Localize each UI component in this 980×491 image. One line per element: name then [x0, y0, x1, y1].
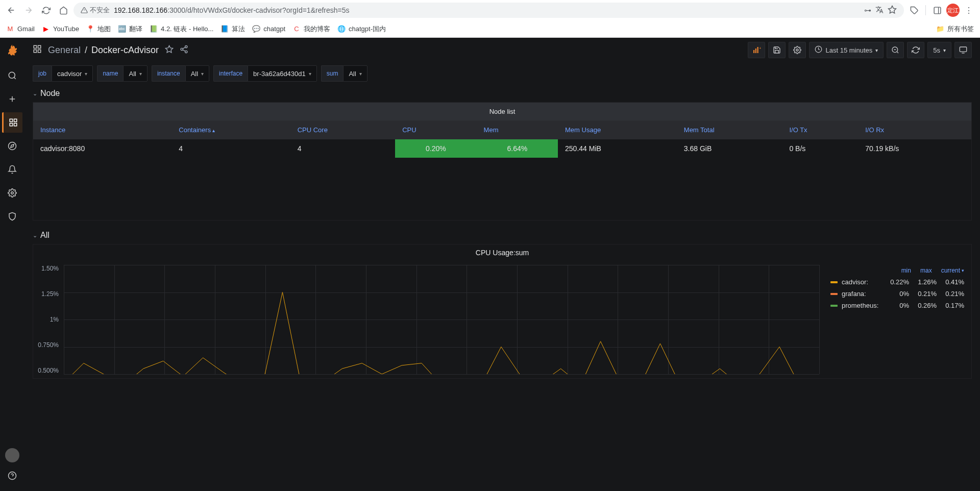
table-header[interactable]: Mem Usage	[558, 121, 677, 139]
table-header[interactable]: CPU Core	[290, 121, 396, 139]
var-label: instance	[152, 65, 185, 82]
row-header-all[interactable]: ⌄ All	[24, 227, 980, 244]
reload-button[interactable]	[39, 3, 53, 17]
home-button[interactable]	[56, 3, 70, 17]
dashboard-toolbar: General / Docker-cAdvisor + Last 15 minu…	[24, 38, 980, 62]
star-icon[interactable]	[888, 5, 897, 16]
table-header[interactable]: Containers	[172, 121, 290, 139]
legend-swatch	[830, 293, 838, 295]
table-header[interactable]: I/O Rx	[858, 121, 971, 139]
svg-rect-9	[14, 124, 16, 126]
bookmark-icon: 🔤	[118, 25, 126, 33]
address-bar[interactable]: 不安全 192.168.182.166:3000/d/htoVWdxGt/doc…	[74, 3, 904, 18]
svg-line-23	[183, 50, 185, 51]
user-avatar[interactable]	[5, 448, 19, 462]
sidebar-alerting[interactable]	[2, 159, 22, 180]
y-tick-label: 0.500%	[33, 367, 59, 374]
bookmark-icon: 🌐	[337, 25, 346, 33]
folder-icon: 📁	[936, 25, 944, 33]
bookmark-item[interactable]: 🌐chatgpt-国内	[337, 24, 386, 34]
table-header[interactable]: Mem	[477, 121, 558, 139]
var-value-dropdown[interactable]: br-3a62a6d430d1 ▾	[248, 65, 317, 82]
profile-avatar[interactable]: 定江	[946, 4, 960, 17]
bookmark-icon: 📗	[150, 25, 158, 33]
panel-cpu-usage: CPU Usage:sum 1.50%1.25%1%0.750%0.500% m…	[33, 244, 972, 379]
back-button[interactable]	[4, 3, 18, 17]
var-label: interface	[213, 65, 248, 82]
table-header[interactable]: Mem Total	[677, 121, 782, 139]
all-bookmarks-button[interactable]: 📁 所有书签	[936, 24, 974, 34]
var-value-dropdown[interactable]: cadvisor ▾	[52, 65, 93, 82]
sidebar-config[interactable]	[2, 183, 22, 203]
table-header[interactable]: CPU	[395, 121, 476, 139]
sidebar-help[interactable]	[2, 465, 22, 486]
bookmark-icon: C	[292, 25, 301, 33]
divider	[925, 5, 926, 15]
time-range-picker[interactable]: Last 15 minutes ▾	[809, 42, 884, 58]
row-header-node[interactable]: ⌄ Node	[24, 85, 980, 102]
sidebar-admin[interactable]	[2, 206, 22, 227]
menu-button[interactable]: ⋮	[962, 3, 976, 17]
clock-icon	[815, 45, 822, 55]
svg-point-29	[796, 49, 798, 51]
add-panel-button[interactable]: +	[748, 42, 765, 58]
svg-rect-25	[753, 50, 754, 53]
grafana-logo-icon[interactable]	[4, 42, 20, 58]
table-header[interactable]: I/O Tx	[782, 121, 858, 139]
svg-rect-8	[14, 119, 16, 121]
bookmark-item[interactable]: 📍地图	[86, 24, 111, 34]
bookmark-icon: 📘	[220, 25, 229, 33]
bookmark-item[interactable]: 📘算法	[220, 24, 245, 34]
table-header[interactable]: Instance	[33, 121, 172, 139]
y-tick-label: 1%	[33, 316, 59, 323]
var-value-dropdown[interactable]: All ▾	[343, 65, 367, 82]
var-value-dropdown[interactable]: All ▾	[123, 65, 147, 82]
breadcrumb-dash[interactable]: Docker-cAdvisor	[91, 45, 159, 56]
bookmark-item[interactable]: 📗4.2. 链表 - Hello...	[150, 24, 213, 34]
var-value-dropdown[interactable]: All ▾	[185, 65, 209, 82]
legend-col-min[interactable]: min	[901, 267, 911, 274]
url-text: 192.168.182.166:3000/d/htoVWdxGt/docker-…	[114, 6, 860, 14]
refresh-button[interactable]	[907, 42, 924, 58]
extensions-button[interactable]	[907, 3, 921, 17]
bookmark-item[interactable]: 🔤翻译	[118, 24, 142, 34]
svg-point-11	[9, 142, 16, 150]
breadcrumb-folder[interactable]: General	[48, 45, 81, 56]
svg-point-21	[181, 48, 183, 50]
save-button[interactable]	[768, 42, 786, 58]
legend-col-current[interactable]: current ▾	[941, 267, 964, 274]
legend-row[interactable]: cadvisor:0.22%1.26%0.41%	[830, 276, 964, 288]
y-tick-label: 0.750%	[33, 341, 59, 349]
svg-rect-16	[38, 45, 41, 48]
sidebar-dashboards[interactable]	[2, 112, 22, 133]
legend-row[interactable]: grafana:0%0.21%0.21%	[830, 288, 964, 300]
sidebar-search[interactable]	[2, 65, 22, 86]
bookmark-item[interactable]: C我的博客	[292, 24, 330, 34]
bookmark-item[interactable]: MGmail	[6, 24, 35, 34]
var-label: name	[97, 65, 123, 82]
sidebar-create[interactable]	[2, 89, 22, 109]
legend-row[interactable]: prometheus:0%0.26%0.17%	[830, 300, 964, 311]
side-panel-button[interactable]	[930, 3, 944, 17]
zoom-out-button[interactable]	[887, 42, 904, 58]
svg-point-13	[11, 192, 14, 194]
share-dashboard-icon[interactable]	[180, 45, 188, 56]
translate-icon[interactable]	[875, 6, 884, 15]
settings-button[interactable]	[789, 42, 806, 58]
bookmark-item[interactable]: ▶YouTube	[42, 24, 79, 34]
tv-mode-button[interactable]	[954, 42, 972, 58]
svg-line-24	[183, 47, 185, 48]
table-row[interactable]: cadvisor:8080 4 4 0.20% 6.64% 250.44 MiB…	[33, 139, 971, 158]
svg-rect-10	[10, 124, 12, 126]
refresh-interval-picker[interactable]: 5s▾	[927, 42, 951, 58]
legend-col-max[interactable]: max	[920, 267, 932, 274]
key-icon[interactable]: ⊶	[864, 6, 871, 14]
bookmarks-bar: MGmail▶YouTube📍地图🔤翻译📗4.2. 链表 - Hello...📘…	[0, 20, 980, 38]
svg-line-32	[897, 52, 898, 53]
star-dashboard-icon[interactable]	[165, 45, 174, 56]
forward-button[interactable]	[21, 3, 36, 17]
svg-rect-15	[34, 45, 36, 48]
chart-plot-area[interactable]: 1.50%1.25%1%0.750%0.500%	[33, 261, 823, 378]
sidebar-explore[interactable]	[2, 136, 22, 156]
bookmark-item[interactable]: 💬chatgpt	[252, 24, 285, 34]
